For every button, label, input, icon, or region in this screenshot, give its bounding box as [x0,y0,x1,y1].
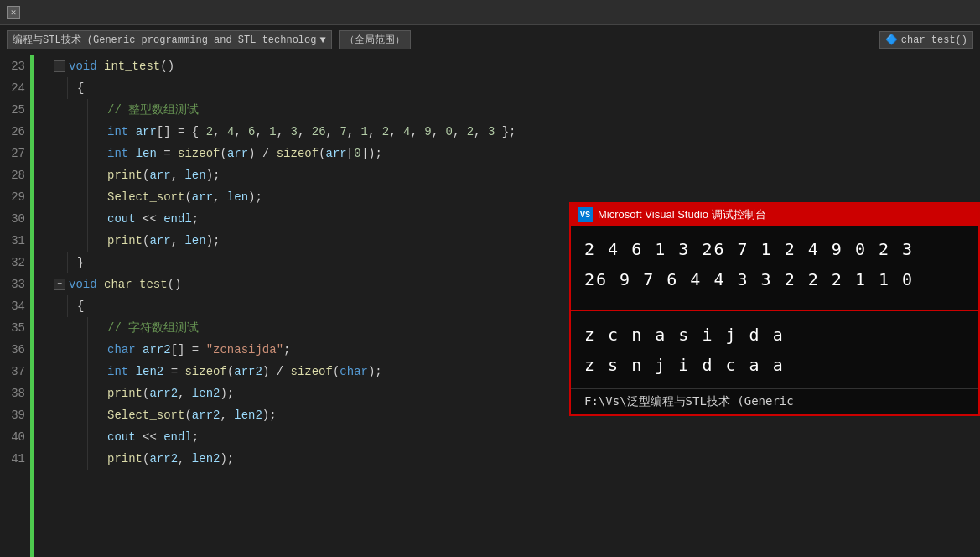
line-num-28: 28 [0,164,30,186]
function-dropdown[interactable]: 🔷 char_test() [879,31,973,49]
line-num-29: 29 [0,186,30,208]
code-line-27: int len = sizeof ( arr ) / sizeof ( arr … [47,143,980,164]
code-line-41: print ( arr2 , len2 ); [47,448,980,470]
line-num-27: 27 [0,143,30,164]
scope-chevron-icon: ▼ [319,34,325,46]
line-num-30: 30 [0,208,30,230]
title-bar: ✕ [0,0,980,25]
close-button[interactable]: ✕ [7,6,20,19]
function-label: char_test() [901,34,967,46]
console-title-bar: VS Microsoft Visual Studio 调试控制台 [571,204,978,226]
function-icon: 🔷 [885,34,898,46]
code-line-26: int arr [] = { 2 , 4 , 6 , 1 , 3 , 26 , … [47,121,980,143]
line-num-24: 24 [0,77,30,99]
console-output-top: 2 4 6 1 3 26 7 1 2 4 9 0 2 3 26 9 7 6 4 … [571,226,978,310]
global-scope-dropdown[interactable]: （全局范围） [339,30,411,49]
console-line-2: 26 9 7 6 4 4 3 3 2 2 2 1 1 0 [584,264,965,294]
line-num-41: 41 [0,448,30,470]
scope-label: 编程与STL技术 (Generic programming and STL te… [13,33,316,47]
line-num-33: 33 [0,273,30,295]
line-num-39: 39 [0,404,30,426]
global-label: （全局范围） [345,33,405,47]
console-path: F:\Vs\泛型编程与STL技术 (Generic [571,388,978,414]
console-overlay: VS Microsoft Visual Studio 调试控制台 2 4 6 1… [569,202,980,416]
editor-container: 23 24 25 26 27 28 29 30 31 32 33 34 35 3… [0,55,980,557]
change-gutter [30,55,47,557]
console-output-bottom: z c n a s i j d a z s n j i d c a a [571,310,978,388]
line-num-23: 23 [0,55,30,77]
console-line-1: 2 4 6 1 3 26 7 1 2 4 9 0 2 3 [584,234,965,264]
code-line-23: − void int_test () [47,55,980,77]
line-numbers: 23 24 25 26 27 28 29 30 31 32 33 34 35 3… [0,55,30,557]
code-line-25: // 整型数组测试 [47,99,980,121]
line-num-37: 37 [0,361,30,383]
line-num-40: 40 [0,426,30,448]
line-num-26: 26 [0,121,30,143]
console-title: Microsoft Visual Studio 调试控制台 [598,207,766,222]
change-indicator [30,55,34,557]
line-num-38: 38 [0,383,30,404]
console-line-3: z c n a s i j d a [584,320,965,350]
fold-button-23[interactable]: − [54,60,65,72]
line-num-36: 36 [0,339,30,361]
toolbar: 编程与STL技术 (Generic programming and STL te… [0,25,980,55]
vs-icon: VS [578,207,593,222]
code-line-24: { [47,77,980,99]
fold-button-33[interactable]: − [54,278,65,290]
line-num-32: 32 [0,252,30,273]
console-line-4: z s n j i d c a a [584,350,965,380]
code-line-28: print ( arr , len ); [47,164,980,186]
scope-dropdown[interactable]: 编程与STL技术 (Generic programming and STL te… [7,30,332,49]
line-num-25: 25 [0,99,30,121]
code-line-40: cout << endl ; [47,426,980,448]
line-num-35: 35 [0,317,30,339]
line-num-31: 31 [0,230,30,252]
line-num-34: 34 [0,295,30,317]
